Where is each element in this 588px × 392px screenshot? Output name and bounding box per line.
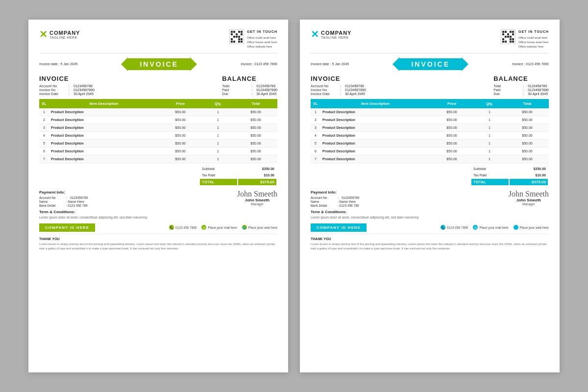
signature-name: John Smeeth bbox=[237, 198, 277, 202]
terms-section-2: Term & Conditions: Lorem ipsum dolor sit… bbox=[311, 210, 549, 220]
row-total: $50.00 bbox=[506, 131, 549, 139]
row-price: $50.00 bbox=[159, 123, 202, 131]
contact-bar: 📞 0123 456 7890 ✉ Place your mail here 🌐… bbox=[169, 225, 277, 230]
payment-info: Payment Info: Account No : 0123456789 Na… bbox=[39, 190, 88, 208]
signature-block: John Smeeth John Smeeth Manager bbox=[237, 190, 277, 206]
phone-icon-2: 📞 bbox=[441, 225, 445, 230]
row-desc: Product Description bbox=[320, 116, 430, 123]
banner-arrow-left-icon-2 bbox=[392, 57, 399, 71]
totals-table: Subtotal $350.00 Tax Rate $10.00 TOTAL $… bbox=[199, 165, 277, 186]
table-row: 2 Product Description $50.00 1 $50.00 bbox=[311, 116, 549, 123]
payment-name-row-2: Name : Name Here bbox=[311, 200, 359, 203]
taxrate-label-2: Tax Rate bbox=[471, 172, 509, 178]
row-total: $50.00 bbox=[234, 123, 277, 131]
banner-num: Invoice : 0123 456 7890 bbox=[241, 62, 277, 66]
banner-date: Invoice date : 5 Jan 2045 bbox=[39, 62, 77, 66]
taxrate-label: Tax Rate bbox=[200, 172, 237, 178]
balance-total-row: Total : 0123456789 bbox=[222, 84, 277, 88]
terms-title: Term & Conditions: bbox=[39, 210, 277, 214]
row-price: $50.00 bbox=[430, 139, 473, 147]
balance-title: BALANCE bbox=[222, 75, 277, 82]
table-row: 5 Product Description $50.00 1 $50.00 bbox=[311, 139, 549, 147]
table-row: 2 Product Description $50.00 1 $50.00 bbox=[39, 116, 277, 123]
row-price: $50.00 bbox=[159, 116, 202, 123]
total-value: $375.00 bbox=[238, 179, 276, 185]
payment-bank-row: Bank Detail : 0123 456 789 bbox=[39, 204, 88, 207]
col-sl: SL bbox=[39, 99, 49, 108]
account-no-row: Account No : 0123456789 bbox=[39, 84, 95, 88]
row-sl: 2 bbox=[311, 116, 320, 123]
logo-x-icon-2: ✕ bbox=[311, 29, 319, 39]
row-qty: 1 bbox=[473, 139, 506, 147]
row-total: $50.00 bbox=[506, 116, 549, 123]
row-desc: Product Description bbox=[49, 155, 159, 163]
phone-icon: 📞 bbox=[169, 225, 174, 230]
row-sl: 4 bbox=[39, 131, 49, 139]
row-total: $50.00 bbox=[234, 139, 277, 147]
payment-title: Payment Info: bbox=[39, 190, 88, 195]
row-qty: 1 bbox=[473, 155, 506, 163]
row-price: $50.00 bbox=[430, 108, 473, 116]
web-icon-2: 🌐 bbox=[514, 225, 518, 230]
col-total: Total bbox=[234, 99, 277, 108]
taxrate-value: $10.00 bbox=[238, 172, 276, 178]
table-row: 6 Product Description $50.00 1 $50.00 bbox=[311, 147, 549, 155]
total-row-2: TOTAL $375.00 bbox=[471, 179, 548, 185]
web-icon: 🌐 bbox=[242, 225, 247, 230]
row-price: $50.00 bbox=[159, 155, 202, 163]
company-tagline: TAGLINE HERE bbox=[49, 36, 80, 39]
row-qty: 1 bbox=[473, 108, 506, 116]
company-id-badge-2: COMPANY ID HERE bbox=[311, 223, 367, 232]
row-total: $50.00 bbox=[234, 116, 277, 123]
taxrate-value-2: $10.00 bbox=[510, 172, 548, 178]
col-desc: Item Description bbox=[49, 99, 159, 108]
table-row: 7 Product Description $50.00 1 $50.00 bbox=[311, 155, 549, 163]
payment-name-row: Name : Name Here bbox=[39, 200, 88, 203]
row-total: $50.00 bbox=[234, 131, 277, 139]
payment-title-2: Payment Info: bbox=[311, 190, 359, 195]
table-row: 4 Product Description $50.00 1 $50.00 bbox=[311, 131, 549, 139]
row-sl: 5 bbox=[311, 139, 320, 147]
row-price: $50.00 bbox=[430, 123, 473, 131]
info-section-2: INVOICE Account No : 0123456789 Invoice … bbox=[311, 75, 549, 96]
bottom-section-2: Payment Info: Account No : 0123456789 Na… bbox=[311, 190, 549, 208]
invoice-no-row-2: Invoice No : 01234567890 bbox=[311, 88, 366, 92]
row-sl: 3 bbox=[311, 123, 320, 131]
row-total: $50.00 bbox=[506, 123, 549, 131]
company-tagline-2: TAGLINE HERE bbox=[321, 36, 351, 39]
row-sl: 5 bbox=[39, 139, 49, 147]
contact-web-2: 🌐 Place your web here bbox=[514, 225, 549, 230]
row-sl: 1 bbox=[39, 108, 49, 116]
table-row: 1 Product Description $50.00 1 $50.00 bbox=[311, 108, 549, 116]
thankyou-text: THANK YOU bbox=[39, 237, 277, 241]
header-right-2: GET IN TOUCH Office mobil avail here Off… bbox=[501, 29, 549, 49]
company-id-bar-2: COMPANY ID HERE 📞 0123 456 7890 ✉ Place … bbox=[311, 223, 549, 232]
company-id-bar: COMPANY ID HERE 📞 0123 456 7890 ✉ Place … bbox=[39, 223, 277, 232]
balance-info-block-2: BALANCE Total : 0123456789 Paid : 012345… bbox=[493, 75, 549, 96]
table-row: 5 Product Description $50.00 1 $50.00 bbox=[39, 139, 277, 147]
row-desc: Product Description bbox=[49, 147, 159, 155]
row-desc: Product Description bbox=[49, 123, 159, 131]
total-value-2: $375.00 bbox=[510, 179, 548, 185]
company-id-badge: COMPANY ID HERE bbox=[39, 223, 95, 232]
email-icon-2: ✉ bbox=[473, 225, 478, 230]
banner-arrow-left-icon bbox=[121, 57, 128, 71]
row-desc: Product Description bbox=[49, 116, 159, 123]
balance-total-row-2: Total : 0123456789 bbox=[493, 84, 549, 88]
row-price: $50.00 bbox=[159, 131, 202, 139]
signature-title: Manager bbox=[237, 202, 277, 206]
sheet-header-2: ✕ COMPANY TAGLINE HERE GET IN TOUCH Offi… bbox=[311, 29, 549, 49]
row-sl: 6 bbox=[39, 147, 49, 155]
page-container: ✕ COMPANY TAGLINE HERE GET IN TOUCH Offi… bbox=[9, 0, 579, 392]
row-price: $50.00 bbox=[159, 139, 202, 147]
qr-code-2 bbox=[501, 29, 515, 44]
invoice-sheet-green: ✕ COMPANY TAGLINE HERE GET IN TOUCH Offi… bbox=[28, 20, 288, 372]
banner-label: INVOICE bbox=[128, 58, 190, 70]
row-desc: Product Description bbox=[320, 139, 430, 147]
row-qty: 1 bbox=[202, 108, 234, 116]
header-right: GET IN TOUCH Office mobil avail here Off… bbox=[229, 29, 277, 49]
row-price: $50.00 bbox=[430, 131, 473, 139]
table-row: 7 Product Description $50.00 1 $50.00 bbox=[39, 155, 277, 163]
table-row: 3 Product Description $50.00 1 $50.00 bbox=[39, 123, 277, 131]
signature-cursive: John Smeeth bbox=[237, 190, 277, 198]
